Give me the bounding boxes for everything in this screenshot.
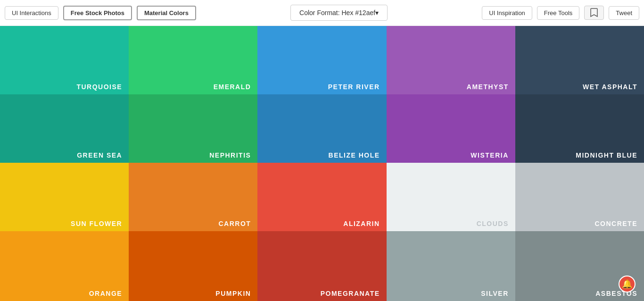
color-cell-carrot[interactable]: CARROT xyxy=(129,163,257,231)
color-label-green-sea: GREEN SEA xyxy=(77,151,122,159)
color-cell-amethyst[interactable]: AMETHYST xyxy=(387,26,515,94)
color-cell-sun-flower[interactable]: SUN FLOWER xyxy=(0,163,129,231)
color-label-carrot: CARROT xyxy=(219,220,251,227)
nav-ui-interactions[interactable]: UI Interactions xyxy=(5,6,58,20)
header: UI Interactions Free Stock Photos Materi… xyxy=(0,0,644,26)
color-label-wet-asphalt: WET ASPHALT xyxy=(583,83,637,91)
color-label-pumpkin: PUMPKIN xyxy=(215,290,251,297)
color-label-concrete: CONCRETE xyxy=(594,220,637,227)
color-cell-belize-hole[interactable]: BELIZE HOLE xyxy=(257,94,386,163)
color-label-nephritis: NEPHRITIS xyxy=(209,151,251,159)
color-cell-peter-river[interactable]: PETER RIVER xyxy=(257,26,386,94)
color-cell-pomegranate[interactable]: POMEGRANATE xyxy=(257,231,386,301)
notification-badge[interactable]: 🔔 xyxy=(619,276,636,293)
color-label-amethyst: AMETHYST xyxy=(467,83,509,91)
color-cell-midnight-blue[interactable]: MIDNIGHT BLUE xyxy=(515,94,644,163)
color-cell-alizarin[interactable]: ALIZARIN xyxy=(257,163,386,231)
color-label-clouds: CLOUDS xyxy=(477,220,509,227)
color-label-emerald: EMERALD xyxy=(214,83,251,91)
color-cell-concrete[interactable]: CONCRETE xyxy=(515,163,644,231)
color-format-button[interactable]: Color Format: Hex #12aef▾ xyxy=(290,5,388,21)
color-grid: TURQUOISEEMERALDPETER RIVERAMETHYSTWET A… xyxy=(0,26,644,301)
color-label-peter-river: PETER RIVER xyxy=(328,83,380,91)
tweet-button[interactable]: Tweet xyxy=(609,6,639,20)
color-label-silver: SILVER xyxy=(481,290,509,297)
color-cell-clouds[interactable]: CLOUDS xyxy=(387,163,515,231)
color-label-belize-hole: BELIZE HOLE xyxy=(329,151,380,159)
color-cell-green-sea[interactable]: GREEN SEA xyxy=(0,94,129,163)
nav-material-colors[interactable]: Material Colors xyxy=(137,6,196,20)
color-cell-silver[interactable]: SILVER xyxy=(387,231,515,301)
nav-free-tools[interactable]: Free Tools xyxy=(537,6,579,20)
color-label-wisteria: WISTERIA xyxy=(471,151,508,159)
color-cell-nephritis[interactable]: NEPHRITIS xyxy=(129,94,257,163)
bookmark-icon xyxy=(590,8,598,17)
color-cell-wisteria[interactable]: WISTERIA xyxy=(387,94,515,163)
color-label-pomegranate: POMEGRANATE xyxy=(321,290,380,297)
color-cell-emerald[interactable]: EMERALD xyxy=(129,26,257,94)
color-cell-orange[interactable]: ORANGE xyxy=(0,231,129,301)
color-label-midnight-blue: MIDNIGHT BLUE xyxy=(576,151,637,159)
color-cell-turquoise[interactable]: TURQUOISE xyxy=(0,26,129,94)
color-cell-pumpkin[interactable]: PUMPKIN xyxy=(129,231,257,301)
color-label-sun-flower: SUN FLOWER xyxy=(71,220,122,227)
color-label-orange: ORANGE xyxy=(89,290,122,297)
color-label-turquoise: TURQUOISE xyxy=(76,83,122,91)
nav-free-stock-photos[interactable]: Free Stock Photos xyxy=(63,6,132,20)
color-label-alizarin: ALIZARIN xyxy=(343,220,380,227)
bookmark-button[interactable] xyxy=(584,6,604,20)
color-cell-wet-asphalt[interactable]: WET ASPHALT xyxy=(515,26,644,94)
nav-ui-inspiration[interactable]: UI Inspiration xyxy=(482,6,532,20)
notification-icon: 🔔 xyxy=(622,279,632,289)
